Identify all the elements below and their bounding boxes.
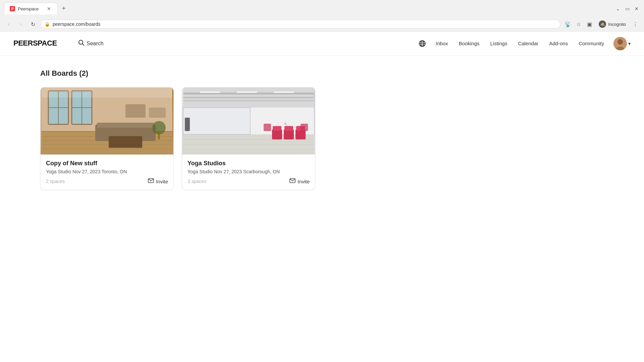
svg-rect-44 <box>274 92 294 93</box>
mail-icon-2 <box>289 178 296 184</box>
forward-button[interactable]: › <box>16 19 25 29</box>
boards-grid: Copy of New stuff Yoga Studio Nov 27, 20… <box>40 87 315 190</box>
chevron-down-icon: ▾ <box>628 41 631 46</box>
bookmark-icon[interactable]: ☆ <box>574 19 583 29</box>
svg-rect-40 <box>183 97 314 98</box>
logo[interactable]: PEERSPACE <box>13 38 67 50</box>
svg-rect-33 <box>42 87 172 98</box>
incognito-icon: 🕵 <box>599 20 606 28</box>
svg-text:↖: ↖ <box>284 121 288 127</box>
toolbar-icons: 📡 ☆ ▣ 🕵 Incognito ⋮ <box>563 19 640 29</box>
new-tab-button[interactable]: + <box>59 4 68 13</box>
board-1-subtitle: Yoga Studio Nov 27, 2023 Toronto, ON <box>46 169 168 174</box>
header-nav: Inbox Bookings Listings Calendar Add-ons… <box>416 37 631 50</box>
active-tab[interactable]: P Peerspace ✕ <box>4 3 58 14</box>
svg-rect-42 <box>200 92 220 93</box>
nav-inbox[interactable]: Inbox <box>432 38 452 49</box>
main-content: All Boards (2) <box>0 56 644 203</box>
board-2-info: Yoga Studios Yoga Studio Nov 27, 2023 Sc… <box>182 155 315 190</box>
svg-rect-17 <box>42 148 172 149</box>
tab-favicon: P <box>10 6 15 11</box>
browser-toolbar: ‹ › ↻ 🔒 peerspace.com/boards 📡 ☆ ▣ 🕵 Inc… <box>0 17 644 31</box>
board-1-invite-label: Invite <box>156 179 168 184</box>
board-1-image <box>41 87 173 155</box>
avatar-image <box>613 37 627 50</box>
tab-title: Peerspace <box>18 6 39 11</box>
mail-icon <box>148 178 154 184</box>
svg-point-9 <box>618 39 623 45</box>
close-button[interactable]: ✕ <box>633 5 640 12</box>
svg-point-31 <box>152 121 166 134</box>
board-2-footer: 3 spaces Invite <box>187 178 310 184</box>
svg-rect-35 <box>149 108 166 118</box>
globe-icon <box>419 40 426 47</box>
svg-rect-57 <box>273 126 281 131</box>
svg-point-1 <box>79 40 83 44</box>
nav-calendar[interactable]: Calendar <box>514 38 542 49</box>
board-2-image: ↖ <box>182 87 315 155</box>
svg-rect-30 <box>109 136 142 148</box>
tab-close-button[interactable]: ✕ <box>46 6 52 12</box>
board-1-invite-button[interactable]: Invite <box>148 178 168 184</box>
search-icon <box>78 39 85 48</box>
board-1-info: Copy of New stuff Yoga Studio Nov 27, 20… <box>41 155 173 190</box>
svg-rect-29 <box>97 123 154 128</box>
board-2-scene: ↖ <box>182 87 315 155</box>
address-bar[interactable]: 🔒 peerspace.com/boards <box>40 20 560 28</box>
svg-rect-16 <box>42 144 172 145</box>
svg-rect-34 <box>125 104 146 118</box>
avatar <box>613 37 627 50</box>
boards-heading: All Boards (2) <box>40 69 604 78</box>
svg-rect-41 <box>183 100 314 101</box>
svg-rect-59 <box>301 124 308 131</box>
more-button[interactable]: ⋮ <box>631 19 640 29</box>
tab-bar: P Peerspace ✕ + <box>4 3 68 14</box>
back-button[interactable]: ‹ <box>4 19 13 29</box>
browser-titlebar: P Peerspace ✕ + ⌄ ▭ ✕ <box>0 0 644 17</box>
board-card-2[interactable]: ↖ Yoga Studios Yoga Studio Nov 27, 2023 … <box>182 87 315 190</box>
svg-rect-60 <box>185 118 190 131</box>
refresh-button[interactable]: ↻ <box>28 19 38 29</box>
board-1-spaces: 2 spaces <box>46 179 65 184</box>
browser-chrome: P Peerspace ✕ + ⌄ ▭ ✕ ‹ › ↻ 🔒 peerspace.… <box>0 0 644 32</box>
board-2-spaces: 3 spaces <box>187 179 206 184</box>
search-button[interactable]: Search <box>78 39 104 48</box>
board-2-invite-label: Invite <box>298 179 310 184</box>
incognito-button[interactable]: 🕵 Incognito <box>595 19 629 29</box>
lock-icon: 🔒 <box>45 22 50 27</box>
minimize-button[interactable]: ⌄ <box>614 5 621 12</box>
svg-line-2 <box>83 44 84 46</box>
logo-svg: PEERSPACE <box>13 38 67 48</box>
incognito-label: Incognito <box>608 22 626 27</box>
nav-addons[interactable]: Add-ons <box>545 38 572 49</box>
board-card-1[interactable]: Copy of New stuff Yoga Studio Nov 27, 20… <box>40 87 174 190</box>
nav-community[interactable]: Community <box>575 38 608 49</box>
svg-rect-58 <box>264 124 271 131</box>
search-label: Search <box>87 41 104 47</box>
board-2-invite-button[interactable]: Invite <box>289 178 310 184</box>
svg-rect-54 <box>272 129 282 139</box>
nav-listings[interactable]: Listings <box>486 38 512 49</box>
globe-button[interactable] <box>416 37 429 50</box>
board-1-title: Copy of New stuff <box>46 160 168 167</box>
board-2-subtitle: Yoga Studio Nov 27, 2023 Scarborough, ON <box>187 169 310 174</box>
window-icon[interactable]: ▣ <box>585 19 594 29</box>
url-display: peerspace.com/boards <box>53 21 556 27</box>
user-menu[interactable]: ▾ <box>613 37 631 50</box>
svg-rect-50 <box>183 108 250 134</box>
board-1-footer: 2 spaces Invite <box>46 178 168 184</box>
svg-rect-32 <box>158 133 160 139</box>
nav-bookings[interactable]: Bookings <box>455 38 484 49</box>
window-controls: ⌄ ▭ ✕ <box>614 5 640 12</box>
svg-rect-52 <box>284 129 294 139</box>
cast-icon[interactable]: 📡 <box>563 19 573 29</box>
board-1-scene <box>41 87 173 155</box>
site-header: PEERSPACE Search Inbox Bookings Listings… <box>0 32 644 56</box>
maximize-button[interactable]: ▭ <box>624 5 631 12</box>
svg-text:PEERSPACE: PEERSPACE <box>13 39 57 47</box>
board-2-title: Yoga Studios <box>187 160 310 167</box>
svg-rect-43 <box>237 92 257 93</box>
